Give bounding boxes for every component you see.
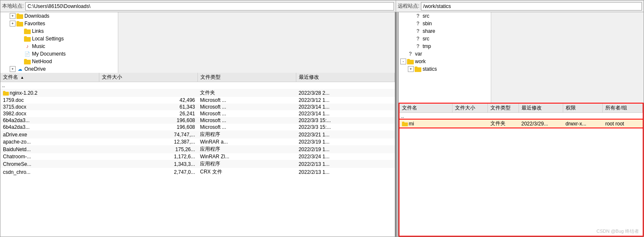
question-icon: ? <box>415 36 421 42</box>
left-table-row[interactable]: 1759.doc42,496Microsoft ...2022/3/12 1..… <box>0 97 395 104</box>
left-file-table: 文件名 ▲ 文件大小 文件类型 最近修改 ..nginx-1.20.2文件夹20… <box>0 73 395 176</box>
folder-icon <box>24 28 31 34</box>
left-address-input[interactable] <box>25 2 394 11</box>
left-table-row[interactable]: .. <box>0 82 395 89</box>
left-tree-item-local-settings[interactable]: Local Settings <box>0 35 118 43</box>
file-type: 应用程序 <box>197 145 296 153</box>
file-name: 3715.docx <box>0 104 99 110</box>
right-tree-item-tmp[interactable]: ?tmp <box>399 43 491 50</box>
file-name: mi <box>399 120 452 128</box>
right-tree-item-src2[interactable]: ?src <box>399 35 491 43</box>
question-icon: ? <box>415 13 421 19</box>
right-address-input[interactable] <box>421 2 642 11</box>
doc-icon: 📄 <box>24 51 31 57</box>
left-col-type[interactable]: 文件类型 <box>197 73 296 82</box>
file-date: 2022/3/28 2... <box>296 89 394 97</box>
tree-item-label: NetHood <box>32 59 52 64</box>
left-tree-item-favorites[interactable]: +Favorites <box>0 20 118 27</box>
right-tree-item-var[interactable]: ?var <box>399 50 491 58</box>
left-table-row[interactable]: 3982.docx26,241Microsoft ...2022/3/14 1.… <box>0 110 395 117</box>
file-type: Microsoft ... <box>197 124 296 130</box>
file-type: 应用程序 <box>197 130 296 138</box>
file-size: 1,343,3... <box>99 160 197 168</box>
tree-item-label: Favorites <box>24 21 45 27</box>
expand-icon[interactable]: - <box>400 59 406 64</box>
tree-item-label: work <box>415 59 426 64</box>
file-size: 74,747,... <box>99 130 197 138</box>
file-type: 应用程序 <box>197 160 296 168</box>
right-tree-item-work[interactable]: -work <box>399 58 491 65</box>
right-tree-item-statics[interactable]: +statics <box>399 65 491 73</box>
file-date: 2022/3/14 1... <box>296 110 394 117</box>
expand-icon[interactable]: + <box>10 21 16 27</box>
left-tree-item-downloads[interactable]: +Downloads <box>0 12 118 20</box>
right-tree-item-share[interactable]: ?share <box>399 27 491 35</box>
right-col-owner[interactable]: 所有者/组 <box>603 104 643 113</box>
question-icon: ? <box>415 43 421 49</box>
file-size: 61,343 <box>99 104 197 110</box>
main-panel-wrapper: +Downloads+FavoritesLinksLocal Settings♪… <box>0 12 644 237</box>
file-type: WinRAR Zl... <box>197 153 296 160</box>
file-name: csdn_chro... <box>0 168 99 176</box>
tree-item-label: Local Settings <box>32 36 64 42</box>
left-table-row[interactable]: BaiduNetd...175,26...应用程序2022/2/19 1... <box>0 145 395 153</box>
tree-item-label: My Documents <box>32 51 66 57</box>
file-type: CRX 文件 <box>197 168 296 176</box>
left-tree-item-music[interactable]: ♪Music <box>0 43 118 50</box>
file-date: 2022/3/3 15:... <box>296 117 394 124</box>
right-table-row[interactable]: .. <box>399 113 643 120</box>
left-address-panel: 本地站点: <box>0 0 396 12</box>
file-date: 2022/3/24 1... <box>296 153 394 160</box>
question-icon: ? <box>415 28 421 34</box>
watermark: CSDN @Bug 终结者 <box>596 228 639 234</box>
expand-icon[interactable]: + <box>408 66 414 72</box>
left-files-pane: 文件名 ▲ 文件大小 文件类型 最近修改 ..nginx-1.20.2文件夹20… <box>0 73 395 237</box>
right-table-row[interactable]: mi文件夹2022/3/29...drwxr-x...root root <box>399 120 643 128</box>
right-col-type[interactable]: 文件类型 <box>488 104 519 113</box>
right-col-perm[interactable]: 权限 <box>563 104 602 113</box>
file-size: 42,496 <box>99 97 197 104</box>
file-size: 1,172,6... <box>99 153 197 160</box>
left-tree-item-links[interactable]: Links <box>0 27 118 35</box>
tree-item-label: sbin <box>423 21 432 27</box>
right-tree-item-src-top[interactable]: ?src <box>399 12 491 20</box>
file-date: 2022/2/13 1... <box>296 168 394 176</box>
left-table-row[interactable]: apache-zo...12,387,...WinRAR a...2022/3/… <box>0 138 395 145</box>
left-col-date[interactable]: 最近修改 <box>296 73 394 82</box>
left-table-row[interactable]: ChromeSe...1,343,3...应用程序2022/2/13 1... <box>0 160 395 168</box>
left-table-row[interactable]: aDrive.exe74,747,...应用程序2022/3/21 1... <box>0 130 395 138</box>
file-date: 2022/3/12 1... <box>296 97 394 104</box>
left-tree-item-my-documents[interactable]: 📄My Documents <box>0 50 118 58</box>
left-tree-item-nethood[interactable]: NetHood <box>0 58 118 65</box>
file-type <box>488 113 519 120</box>
right-col-name[interactable]: 文件名 <box>399 104 452 113</box>
file-size <box>452 113 488 120</box>
file-name: aDrive.exe <box>0 130 99 138</box>
right-tree-item-sbin[interactable]: ?sbin <box>399 20 491 27</box>
file-type: Microsoft ... <box>197 110 296 117</box>
question-icon: ? <box>415 21 421 27</box>
file-perm <box>563 113 602 120</box>
right-address-panel: 远程站点: <box>396 0 644 12</box>
expand-icon[interactable]: + <box>10 66 16 72</box>
right-files-pane: 文件名 文件大小 文件类型 最近修改 权限 所有者/组 ..mi文件夹2022/… <box>399 103 644 237</box>
file-type: WinRAR a... <box>197 138 296 145</box>
left-table-row[interactable]: Chatroom-...1,172,6...WinRAR Zl...2022/3… <box>0 153 395 160</box>
left-panel: +Downloads+FavoritesLinksLocal Settings♪… <box>0 12 396 237</box>
left-table-row[interactable]: csdn_chro...2,747,0...CRX 文件2022/2/13 1.… <box>0 168 395 176</box>
left-table-row[interactable]: nginx-1.20.2文件夹2022/3/28 2... <box>0 89 395 97</box>
expand-icon[interactable]: + <box>10 13 16 19</box>
tree-item-label: Music <box>32 43 45 49</box>
file-name: nginx-1.20.2 <box>0 89 99 97</box>
right-col-date[interactable]: 最近修改 <box>519 104 563 113</box>
left-tree-item-onedrive[interactable]: +☁OneDrive <box>0 65 118 73</box>
file-name: 3982.docx <box>0 110 99 117</box>
file-name: ChromeSe... <box>0 160 99 168</box>
left-col-name[interactable]: 文件名 ▲ <box>0 73 99 82</box>
left-table-row[interactable]: 3715.docx61,343Microsoft ...2022/3/14 1.… <box>0 104 395 110</box>
left-col-size[interactable]: 文件大小 <box>99 73 197 82</box>
left-table-row[interactable]: 6b4a2da3...196,608Microsoft ...2022/3/3 … <box>0 124 395 130</box>
right-col-size[interactable]: 文件大小 <box>452 104 488 113</box>
tree-item-label: statics <box>423 66 437 72</box>
left-table-row[interactable]: 6b4a2da3...196,608Microsoft ...2022/3/3 … <box>0 117 395 124</box>
